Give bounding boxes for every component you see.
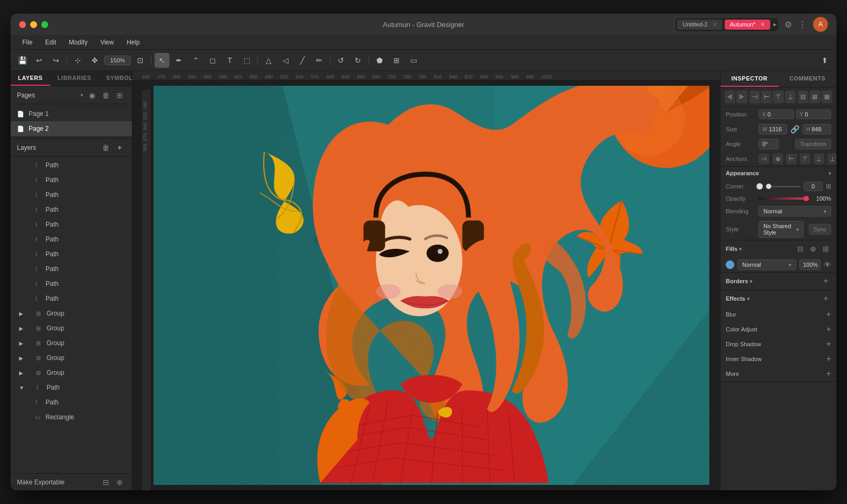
tab-comments[interactable]: COMMENTS	[779, 71, 837, 87]
size-w[interactable]: W 1316	[759, 124, 787, 134]
line-tool[interactable]: ╱	[295, 53, 310, 68]
tab-inspector[interactable]: INSPECTOR	[720, 71, 779, 87]
distribute-v-btn[interactable]: ⊞	[809, 91, 820, 103]
layer-rectangle[interactable]: ▭ Rectangle	[11, 410, 132, 425]
distribute-space-btn[interactable]: ⊠	[822, 91, 832, 103]
rotate-left[interactable]: ↺	[334, 53, 348, 68]
align-top-btn[interactable]: ⊤	[773, 91, 783, 103]
avatar[interactable]: A	[813, 17, 828, 32]
layers-delete-btn[interactable]: 🗑	[100, 142, 112, 154]
layer-group-2[interactable]: ▶ ⊞ Group	[11, 321, 132, 336]
menu-edit[interactable]: Edit	[40, 37, 61, 48]
opacity-slider[interactable]	[759, 197, 809, 200]
more-add-btn[interactable]: +	[826, 369, 831, 379]
undo-btn[interactable]: ↩	[32, 53, 47, 68]
boolean-union[interactable]: ⬟	[372, 53, 387, 68]
star-tool[interactable]: ◁	[278, 53, 293, 68]
cursor-tool[interactable]: ↖	[155, 53, 169, 68]
align-left-btn[interactable]: ⫷	[725, 91, 735, 103]
add-tab-button[interactable]: ▸	[773, 21, 777, 28]
move-btn[interactable]: ✥	[87, 53, 102, 68]
sync-btn[interactable]: Sync	[809, 224, 831, 235]
pages-add-btn[interactable]: ⊞	[114, 89, 125, 101]
style-select[interactable]: No Shared Style ▾	[759, 221, 804, 238]
layer-path-2[interactable]: ⌇ Path	[11, 173, 132, 187]
appearance-header[interactable]: Appearance ▾	[720, 167, 836, 179]
fill-visibility-btn[interactable]: 👁	[824, 260, 831, 269]
fill-opacity[interactable]: 100%	[799, 259, 821, 270]
pages-visible-btn[interactable]: ◉	[86, 89, 98, 101]
tab-autumun[interactable]: Autumun* ✕	[725, 20, 770, 30]
redo-btn[interactable]: ↪	[49, 53, 64, 68]
anchor-top[interactable]: ⊤	[800, 154, 810, 164]
layer-group-5[interactable]: ▶ ⊞ Group	[11, 365, 132, 380]
anchor-left[interactable]: ⊣	[759, 154, 769, 164]
save-btn[interactable]: 💾	[15, 53, 30, 68]
zoom-display[interactable]: 150%	[104, 56, 131, 65]
fills-add-btn[interactable]: ⊞	[821, 244, 831, 254]
bezier-tool[interactable]: ⌃	[188, 53, 203, 68]
export-btn[interactable]: ⬆	[817, 53, 832, 68]
page-item-2[interactable]: 📄 Page 2	[11, 121, 132, 136]
more-item[interactable]: More +	[720, 366, 836, 381]
inner-shadow-item[interactable]: Inner Shadow +	[720, 352, 836, 366]
fill-blend-select[interactable]: Normal ▾	[737, 259, 796, 270]
fills-copy-btn[interactable]: ⊟	[795, 244, 806, 254]
menu-modify[interactable]: Modify	[64, 37, 93, 48]
layers-add-btn[interactable]: ✦	[114, 142, 125, 154]
close-button[interactable]	[19, 21, 26, 28]
borders-add-btn[interactable]: +	[821, 276, 831, 286]
shape-tool[interactable]: ◻	[205, 53, 220, 68]
edit-tool[interactable]: ✏	[312, 53, 327, 68]
layer-group-4[interactable]: ▶ ⊞ Group	[11, 350, 132, 365]
layer-path-child[interactable]: ⌇ Path	[11, 395, 132, 410]
layer-path-8[interactable]: ⌇ Path	[11, 262, 132, 276]
tab-untitled[interactable]: Untitled-2 ✕	[677, 20, 722, 30]
export-size-btn[interactable]: ⊟	[100, 476, 112, 488]
image-tool[interactable]: ⬚	[239, 53, 254, 68]
triangle-tool[interactable]: △	[261, 53, 276, 68]
layer-path-6[interactable]: ⌇ Path	[11, 232, 132, 247]
pos-x[interactable]: X 0	[759, 110, 794, 119]
align-left2-btn[interactable]: ⊣	[750, 91, 760, 103]
blending-select[interactable]: Normal ▾	[759, 206, 831, 217]
layer-path-parent[interactable]: ▼ ⌇ Path	[11, 380, 132, 395]
fit-btn[interactable]: ⊡	[133, 53, 148, 68]
text-tool[interactable]: T	[222, 53, 237, 68]
layer-path-7[interactable]: ⌇ Path	[11, 247, 132, 262]
menu-file[interactable]: File	[17, 37, 38, 48]
blur-add-btn[interactable]: +	[826, 310, 831, 319]
corner-options-btn[interactable]: ⊞	[826, 183, 831, 190]
layer-group-3[interactable]: ▶ ⊞ Group	[11, 336, 132, 350]
layer-path-4[interactable]: ⌇ Path	[11, 202, 132, 217]
blur-item[interactable]: Blur +	[720, 307, 836, 322]
artboard-btn[interactable]: ▭	[406, 53, 421, 68]
pos-y[interactable]: Y 0	[796, 110, 832, 119]
layer-path-3[interactable]: ⌇ Path	[11, 187, 132, 202]
anchor-bottom[interactable]: ⊥	[827, 154, 836, 164]
maximize-button[interactable]	[41, 21, 48, 28]
layer-path-9[interactable]: ⌇ Path	[11, 276, 132, 291]
minimize-button[interactable]	[30, 21, 37, 28]
drop-shadow-add-btn[interactable]: +	[826, 339, 831, 349]
menu-view[interactable]: View	[95, 37, 119, 48]
page-item-1[interactable]: 📄 Page 1	[11, 106, 132, 121]
layer-group-1[interactable]: ▶ ⊞ Group	[11, 306, 132, 321]
grid-btn[interactable]: ⊞	[389, 53, 404, 68]
fill-color-swatch[interactable]	[726, 260, 734, 269]
distribute-h-btn[interactable]: ⊟	[798, 91, 808, 103]
inner-shadow-add-btn[interactable]: +	[826, 354, 831, 364]
pen-tool[interactable]: ✒	[172, 53, 186, 68]
align-bottom-btn[interactable]: ⊥	[785, 91, 796, 103]
corner-value[interactable]: 0	[804, 182, 823, 191]
align-right2-btn[interactable]: ⊢	[761, 91, 772, 103]
size-h[interactable]: H 848	[803, 124, 831, 134]
pages-delete-btn[interactable]: 🗑	[100, 89, 112, 101]
anchor-middle[interactable]: ⊥	[814, 154, 824, 164]
export-add-btn[interactable]: ⊕	[114, 476, 125, 488]
transform-btn[interactable]: Transform	[795, 139, 831, 149]
select-btn[interactable]: ⊹	[70, 53, 85, 68]
rotate-right[interactable]: ↻	[350, 53, 365, 68]
settings-icon[interactable]: ⚙	[785, 20, 792, 30]
tab-libraries[interactable]: LIBRARIES	[50, 71, 99, 86]
